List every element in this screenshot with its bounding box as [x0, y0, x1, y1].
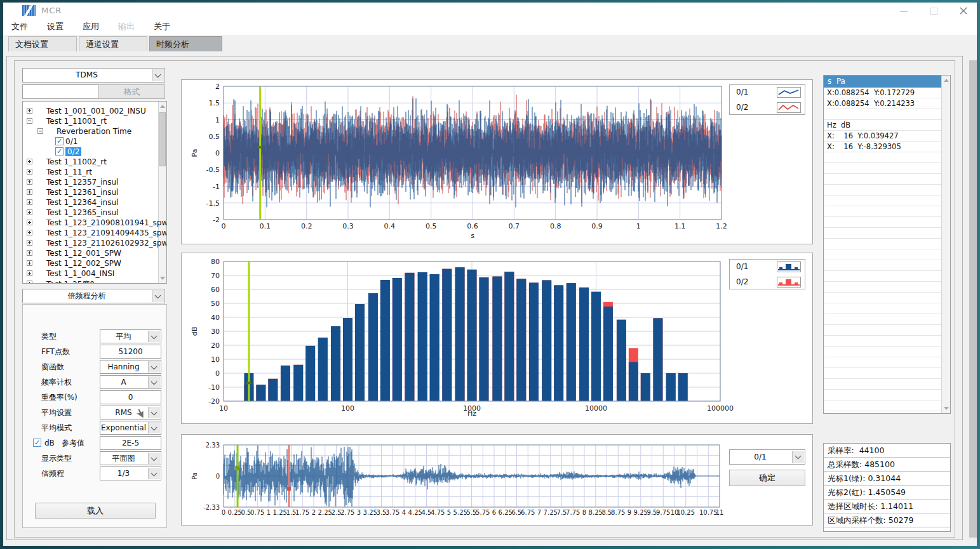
form-select-2[interactable]: Hanning [100, 360, 161, 374]
readout-row-5[interactable]: X: 16 Y:-8.329305 [824, 142, 941, 152]
spectrum-chart-panel[interactable]: 80706050403020100-10-2010100100010000100… [181, 253, 813, 424]
menu-item-0[interactable]: 文件 [11, 21, 28, 32]
readout-row-8[interactable] [824, 174, 941, 185]
readout-scrollbar[interactable] [941, 76, 950, 413]
readout-row-0[interactable]: X:0.088254 Y:0.172729 [824, 88, 941, 98]
form-select-0[interactable]: 平均 [100, 329, 161, 343]
expand-icon[interactable] [27, 220, 32, 225]
tab-1[interactable]: 通道设置 [79, 36, 147, 51]
readout-row-12[interactable] [824, 217, 941, 228]
tree-item-6[interactable]: Test 1_11_rt [23, 167, 156, 177]
chevron-down-icon[interactable] [152, 69, 164, 81]
readout-row-19[interactable] [824, 293, 941, 303]
expand-icon[interactable] [27, 209, 32, 215]
readout-row-18[interactable] [824, 282, 941, 293]
expand-icon[interactable] [27, 230, 32, 235]
expand-icon[interactable] [27, 250, 32, 256]
right-scroll-strip[interactable] [969, 60, 977, 538]
chevron-down-icon[interactable] [148, 453, 160, 464]
chevron-down-icon[interactable] [148, 407, 160, 418]
menu-item-1[interactable]: 设置 [47, 21, 64, 32]
filter-input[interactable] [22, 84, 99, 99]
tree-item-8[interactable]: Test 1_12361_insul [23, 187, 156, 197]
tree-scrollbar[interactable] [158, 102, 166, 283]
readout-row-27[interactable] [824, 379, 941, 390]
chevron-down-icon[interactable] [148, 468, 160, 479]
tree-item-10[interactable]: Test 1_12365_insul [23, 208, 156, 218]
readout-row-20[interactable] [824, 303, 941, 314]
collapse-icon[interactable] [37, 128, 43, 134]
readout-row-22[interactable] [824, 325, 941, 336]
maximize-button[interactable] [920, 4, 947, 18]
tree-item-4[interactable]: ✓0/2 [23, 147, 156, 157]
tree-item-12[interactable]: Test 1_123_210914094435_spw [23, 228, 156, 238]
expand-icon[interactable] [27, 260, 32, 266]
readout-row-10[interactable] [824, 195, 941, 206]
tree-item-2[interactable]: Reverberation Time [23, 126, 156, 136]
tree-item-13[interactable]: Test 1_123_211026102932_spw [23, 238, 156, 248]
format-button[interactable]: 格式 [98, 84, 165, 99]
form-input-4[interactable]: 0 [100, 390, 161, 404]
readout-row-14[interactable] [824, 239, 941, 249]
readout-row-1[interactable]: X:0.088254 Y:0.214233 [824, 98, 941, 109]
readout-row-26[interactable] [824, 368, 941, 379]
readout-row-23[interactable] [824, 336, 941, 347]
overview-chart-panel[interactable]: 2.330-2.3300.250.50.7511.251.51.7522.252… [181, 434, 813, 526]
chevron-down-icon[interactable] [148, 361, 160, 373]
expand-icon[interactable] [27, 270, 32, 276]
tree-item-5[interactable]: Test 1_11002_rt [23, 157, 156, 167]
tree-item-9[interactable]: Test 1_12364_insul [23, 197, 156, 208]
checkbox-icon[interactable]: ✓ [55, 137, 64, 145]
readout-row-9[interactable] [824, 185, 941, 195]
chevron-down-icon[interactable] [148, 331, 160, 342]
tree-item-17[interactable]: Test 1_25度0 [23, 279, 156, 284]
chevron-down-icon[interactable] [148, 376, 160, 388]
expand-icon[interactable] [27, 108, 32, 114]
tree-item-14[interactable]: Test 1_12_001_SPW [23, 248, 156, 258]
analysis-select[interactable]: 倍频程分析 [22, 289, 165, 303]
db-checkbox[interactable]: ✓ [33, 439, 41, 447]
form-input-1[interactable]: 51200 [100, 345, 161, 359]
confirm-button[interactable]: 确定 [729, 470, 805, 486]
minimize-button[interactable] [890, 4, 917, 18]
readout-row-25[interactable] [824, 357, 941, 368]
tree-item-11[interactable]: Test 1_123_210908101941_spw [23, 218, 156, 228]
readout-row-7[interactable] [824, 163, 941, 174]
expand-icon[interactable] [27, 189, 32, 195]
tree-scrollbar-thumb[interactable] [159, 112, 166, 166]
tree-item-15[interactable]: Test 1_12_002_SPW [23, 258, 156, 268]
collapse-icon[interactable] [27, 118, 32, 124]
readout-header[interactable]: s Pa [824, 76, 941, 88]
expand-icon[interactable] [27, 199, 32, 205]
expand-icon[interactable] [27, 281, 32, 284]
form-select-8[interactable]: 平面图 [100, 451, 161, 465]
expand-icon[interactable] [27, 159, 32, 164]
readout-row-4[interactable]: X: 16 Y:0.039427 [824, 131, 941, 142]
chevron-down-icon[interactable] [792, 451, 804, 463]
expand-icon[interactable] [27, 169, 32, 175]
form-select-3[interactable]: A [100, 375, 161, 389]
readout-row-16[interactable] [824, 260, 941, 271]
menu-item-2[interactable]: 应用 [83, 21, 99, 32]
tree-item-0[interactable]: Test 1_001_001_002_INSU [23, 106, 156, 116]
time-chart-panel[interactable]: 21.510.50-0.5-1-1.5-200.10.20.30.40.50.6… [181, 79, 813, 244]
tab-2[interactable]: 时频分析 [149, 36, 222, 51]
tree-item-3[interactable]: ✓0/1 [23, 136, 156, 147]
close-button[interactable] [950, 4, 977, 18]
tab-0[interactable]: 文档设置 [8, 36, 77, 51]
readout-row-24[interactable] [824, 347, 941, 357]
readout-row-3[interactable]: Hz dB [824, 120, 941, 131]
readout-row-11[interactable] [824, 206, 941, 217]
load-button[interactable]: 载入 [35, 503, 156, 519]
tree-item-1[interactable]: Test 1_11001_rt [23, 116, 156, 126]
chevron-down-icon[interactable] [152, 290, 164, 302]
readout-row-29[interactable] [824, 400, 941, 411]
readout-row-6[interactable] [824, 152, 941, 163]
tree-item-7[interactable]: Test 1_12357_insul [23, 177, 156, 187]
readout-row-17[interactable] [824, 271, 941, 282]
chevron-down-icon[interactable] [148, 422, 160, 433]
form-select-5[interactable]: RMS [100, 406, 161, 420]
format-select[interactable]: TDMS [22, 68, 165, 83]
checkbox-icon[interactable]: ✓ [55, 147, 64, 155]
channel-select[interactable]: 0/1 [729, 449, 805, 465]
